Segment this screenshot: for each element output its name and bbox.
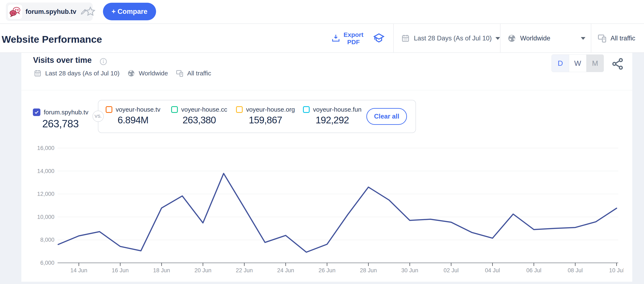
main-site-visits-value: 263,783 [42, 118, 88, 130]
country-filter[interactable]: Worldwide [507, 24, 586, 53]
svg-text:04 Jul: 04 Jul [485, 267, 500, 273]
header-divider [591, 24, 591, 53]
globe-icon [507, 34, 516, 43]
page-header: Website Performance Export PDF Last 28 D… [0, 24, 644, 53]
svg-text:14 Jun: 14 Jun [70, 267, 87, 273]
favorite-star-icon[interactable] [85, 6, 96, 17]
date-range-label: Last 28 Days (As of Jul 10) [414, 35, 492, 42]
section-date-label: Last 28 days (As of Jul 10) [45, 70, 120, 77]
all-traffic-devices-icon [176, 69, 184, 78]
main-site-name: forum.spyhub.tv [44, 109, 88, 116]
download-icon [331, 34, 340, 43]
competitor-name: voyeur-house.tv [116, 106, 160, 113]
svg-text:16 Jun: 16 Jun [112, 267, 129, 273]
competitor-name: voyeur-house.cc [181, 106, 227, 113]
calendar-icon [401, 34, 410, 43]
info-icon[interactable] [99, 57, 108, 66]
main-site-checkbox[interactable] [33, 109, 40, 116]
visits-line-chart[interactable]: 6,0008,00010,00012,00014,00016,00014 Jun… [25, 142, 624, 282]
granularity-toggle: D W M [552, 55, 604, 72]
globe-icon [127, 69, 135, 78]
svg-text:24 Jun: 24 Jun [277, 267, 294, 273]
card-divider [21, 90, 632, 90]
competitor-item: voyeur-house.cc 263,380 [171, 106, 227, 126]
granularity-weekly-button[interactable]: W [569, 55, 586, 72]
competitor-name: voyeur-house.org [246, 106, 295, 113]
svg-text:14,000: 14,000 [37, 168, 54, 174]
svg-text:06 Jul: 06 Jul [526, 267, 542, 273]
svg-text:08 Jul: 08 Jul [568, 267, 583, 273]
page-title: Website Performance [2, 34, 102, 45]
competitor-checkbox[interactable] [303, 106, 310, 113]
share-icon[interactable] [611, 57, 624, 70]
svg-text:20 Jun: 20 Jun [194, 267, 211, 273]
traffic-type-label: All traffic [610, 35, 635, 42]
svg-text:10 Jul: 10 Jul [609, 267, 624, 273]
all-traffic-devices-icon [597, 33, 607, 43]
header-divider [500, 24, 500, 53]
granularity-daily-button[interactable]: D [552, 55, 569, 72]
site-favicon [8, 4, 22, 19]
svg-text:6,000: 6,000 [40, 260, 54, 266]
competitor-item: voyeur-house.fun 192,292 [303, 106, 362, 126]
svg-text:28 Jun: 28 Jun [360, 267, 377, 273]
svg-text:02 Jul: 02 Jul [444, 267, 459, 273]
competitor-visits-value: 192,292 [303, 114, 362, 126]
export-pdf-label: Export PDF [344, 31, 364, 46]
compare-button[interactable]: + Compare [103, 3, 156, 20]
top-bar: forum.spyhub.tv + Compare [0, 0, 644, 24]
svg-text:8,000: 8,000 [40, 237, 54, 243]
caret-down-icon [581, 37, 586, 40]
tracked-domain-label: forum.spyhub.tv [26, 8, 76, 16]
chat-bubbles-favicon-icon [9, 6, 21, 18]
header-divider [393, 24, 394, 53]
traffic-type-filter[interactable]: All traffic [597, 24, 635, 53]
svg-text:10,000: 10,000 [37, 214, 54, 220]
country-label: Worldwide [520, 35, 550, 42]
check-icon [34, 110, 39, 115]
section-title: Visits over time [33, 56, 92, 65]
competitor-item: voyeur-house.org 159,867 [236, 106, 295, 126]
vs-badge: VS. [92, 111, 104, 122]
domain-chip[interactable]: forum.spyhub.tv [6, 3, 93, 21]
competitor-checkbox[interactable] [171, 106, 178, 113]
svg-text:22 Jun: 22 Jun [236, 267, 253, 273]
svg-text:18 Jun: 18 Jun [153, 267, 170, 273]
granularity-monthly-button[interactable]: M [586, 55, 604, 72]
section-traffic-label: All traffic [187, 70, 211, 77]
calendar-icon [34, 69, 42, 78]
competitor-item: voyeur-house.tv 6.894M [106, 106, 160, 126]
svg-text:26 Jun: 26 Jun [319, 267, 336, 273]
learn-graduation-cap-icon[interactable] [373, 32, 385, 45]
svg-text:30 Jun: 30 Jun [401, 267, 418, 273]
competitor-visits-value: 6.894M [106, 114, 160, 126]
caret-down-icon [496, 37, 500, 40]
competitor-checkbox[interactable] [236, 106, 243, 113]
date-range-filter[interactable]: Last 28 Days (As of Jul 10) [401, 24, 500, 53]
section-country-label: Worldwide [139, 70, 168, 77]
competitor-checkbox[interactable] [106, 106, 112, 113]
website-performance-page: forum.spyhub.tv + Compare Website Perfor… [0, 0, 644, 284]
competitor-name: voyeur-house.fun [313, 106, 362, 113]
competitor-visits-value: 159,867 [236, 114, 295, 126]
competitor-visits-value: 263,380 [171, 114, 227, 126]
svg-text:12,000: 12,000 [37, 191, 54, 197]
svg-text:16,000: 16,000 [37, 145, 54, 151]
main-site-legend: forum.spyhub.tv 263,783 [33, 109, 88, 130]
clear-all-button[interactable]: Clear all [366, 108, 407, 125]
export-pdf-button[interactable]: Export PDF [331, 24, 385, 53]
section-subtitle: Last 28 days (As of Jul 10) Worldwide Al… [34, 69, 211, 78]
line-chart-svg: 6,0008,00010,00012,00014,00016,00014 Jun… [25, 142, 624, 282]
